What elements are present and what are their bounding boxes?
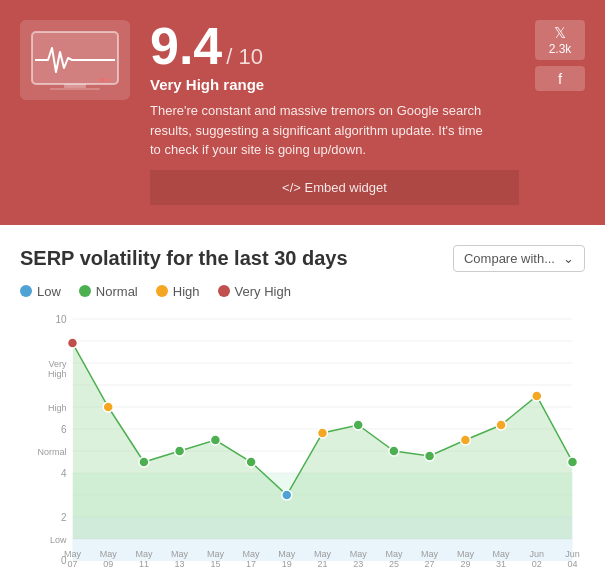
svg-text:Very: Very bbox=[48, 359, 67, 369]
data-point-0 bbox=[68, 338, 78, 348]
legend-high: High bbox=[156, 284, 200, 299]
score-description: There're constant and massive tremors on… bbox=[150, 101, 490, 160]
chart-section: SERP volatility for the last 30 days Com… bbox=[0, 225, 605, 578]
svg-text:04: 04 bbox=[567, 559, 577, 569]
svg-text:May: May bbox=[171, 549, 189, 559]
svg-text:Jun: Jun bbox=[530, 549, 545, 559]
svg-text:Low: Low bbox=[50, 535, 67, 545]
score-range: Very High range bbox=[150, 76, 519, 93]
chevron-down-icon: ⌄ bbox=[563, 251, 574, 266]
legend-dot-very-high bbox=[218, 285, 230, 297]
svg-text:Normal: Normal bbox=[37, 447, 66, 457]
svg-text:17: 17 bbox=[246, 559, 256, 569]
svg-text:09: 09 bbox=[103, 559, 113, 569]
data-point-7 bbox=[318, 428, 328, 438]
svg-text:07: 07 bbox=[67, 559, 77, 569]
data-point-5 bbox=[246, 457, 256, 467]
header-content: 9.4 / 10 Very High range There're consta… bbox=[150, 20, 519, 205]
legend-low: Low bbox=[20, 284, 61, 299]
legend-label-high: High bbox=[173, 284, 200, 299]
svg-text:May: May bbox=[314, 549, 332, 559]
data-point-14 bbox=[568, 457, 578, 467]
legend-label-low: Low bbox=[37, 284, 61, 299]
svg-text:May: May bbox=[64, 549, 82, 559]
data-point-4 bbox=[210, 435, 220, 445]
chart-container: 10 Very High High 6 Normal 4 2 Low 0 bbox=[20, 309, 585, 578]
svg-text:High: High bbox=[48, 403, 67, 413]
svg-text:May: May bbox=[457, 549, 475, 559]
data-point-10 bbox=[425, 451, 435, 461]
svg-text:May: May bbox=[135, 549, 153, 559]
svg-text:31: 31 bbox=[496, 559, 506, 569]
svg-text:02: 02 bbox=[532, 559, 542, 569]
chart-title: SERP volatility for the last 30 days bbox=[20, 247, 348, 270]
svg-text:23: 23 bbox=[353, 559, 363, 569]
svg-text:May: May bbox=[385, 549, 403, 559]
svg-text:11: 11 bbox=[139, 559, 149, 569]
twitter-count: 2.3k bbox=[545, 42, 575, 56]
legend-label-normal: Normal bbox=[96, 284, 138, 299]
svg-text:May: May bbox=[493, 549, 511, 559]
svg-text:19: 19 bbox=[282, 559, 292, 569]
heartbeat-svg bbox=[30, 30, 120, 90]
data-point-2 bbox=[139, 457, 149, 467]
data-point-9 bbox=[389, 446, 399, 456]
svg-text:May: May bbox=[207, 549, 225, 559]
data-point-8 bbox=[353, 420, 363, 430]
score-value: 9.4 bbox=[150, 20, 222, 72]
data-point-12 bbox=[496, 420, 506, 430]
chart-header: SERP volatility for the last 30 days Com… bbox=[20, 245, 585, 272]
data-point-11 bbox=[460, 435, 470, 445]
svg-text:May: May bbox=[243, 549, 261, 559]
svg-text:6: 6 bbox=[61, 424, 67, 435]
header-card: 9.4 / 10 Very High range There're consta… bbox=[0, 0, 605, 225]
legend-dot-normal bbox=[79, 285, 91, 297]
svg-point-4 bbox=[106, 78, 110, 82]
svg-text:4: 4 bbox=[61, 468, 67, 479]
facebook-button[interactable]: f bbox=[535, 66, 585, 91]
embed-widget-button[interactable]: </> Embed widget bbox=[150, 170, 519, 205]
twitter-icon: 𝕏 bbox=[545, 24, 575, 42]
svg-point-3 bbox=[100, 78, 104, 82]
legend-normal: Normal bbox=[79, 284, 138, 299]
data-point-6 bbox=[282, 490, 292, 500]
svg-text:May: May bbox=[100, 549, 118, 559]
legend-dot-high bbox=[156, 285, 168, 297]
chart-svg: 10 Very High High 6 Normal 4 2 Low 0 bbox=[20, 309, 585, 578]
svg-text:May: May bbox=[278, 549, 296, 559]
score-denom: / 10 bbox=[226, 44, 263, 70]
data-point-3 bbox=[175, 446, 185, 456]
legend-dot-low bbox=[20, 285, 32, 297]
svg-text:2: 2 bbox=[61, 512, 67, 523]
svg-text:13: 13 bbox=[175, 559, 185, 569]
svg-text:21: 21 bbox=[317, 559, 327, 569]
score-line: 9.4 / 10 bbox=[150, 20, 519, 72]
compare-label: Compare with... bbox=[464, 251, 555, 266]
data-point-13 bbox=[532, 391, 542, 401]
svg-text:High: High bbox=[48, 369, 67, 379]
compare-dropdown[interactable]: Compare with... ⌄ bbox=[453, 245, 585, 272]
svg-text:Jun: Jun bbox=[565, 549, 580, 559]
svg-text:10: 10 bbox=[55, 314, 67, 325]
svg-text:25: 25 bbox=[389, 559, 399, 569]
data-point-1 bbox=[103, 402, 113, 412]
facebook-icon: f bbox=[545, 70, 575, 87]
svg-rect-2 bbox=[50, 88, 100, 90]
legend-very-high: Very High bbox=[218, 284, 291, 299]
svg-text:15: 15 bbox=[210, 559, 220, 569]
chart-legend: Low Normal High Very High bbox=[20, 284, 585, 299]
monitor-icon bbox=[20, 20, 130, 100]
svg-text:29: 29 bbox=[460, 559, 470, 569]
legend-label-very-high: Very High bbox=[235, 284, 291, 299]
svg-rect-0 bbox=[32, 32, 118, 84]
svg-rect-1 bbox=[64, 84, 86, 88]
twitter-button[interactable]: 𝕏 2.3k bbox=[535, 20, 585, 60]
svg-text:May: May bbox=[350, 549, 368, 559]
svg-text:May: May bbox=[421, 549, 439, 559]
svg-marker-30 bbox=[73, 343, 573, 539]
social-buttons: 𝕏 2.3k f bbox=[535, 20, 585, 91]
svg-text:27: 27 bbox=[425, 559, 435, 569]
